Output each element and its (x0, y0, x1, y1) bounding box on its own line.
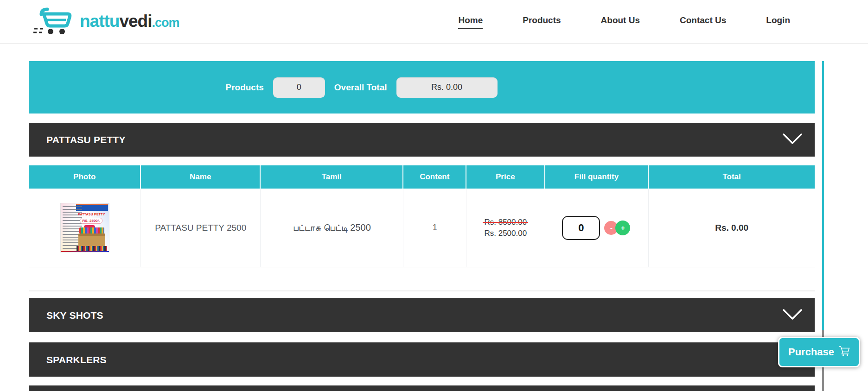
column-header-fill-quantity: Fill quantity (545, 165, 649, 189)
product-content: 1 (403, 189, 466, 267)
section-bar-pattasu-petty[interactable]: PATTASU PETTY (29, 123, 815, 157)
top-header: nattuvedi.com Home Products About Us Con… (0, 0, 868, 44)
photo-baseline (61, 251, 109, 252)
product-photo-cell: PATTASU PETTY RS. 2500/- (29, 189, 141, 267)
product-photo[interactable]: PATTASU PETTY RS. 2500/- (60, 203, 109, 252)
product-table: Photo Name Tamil Content Price Fill quan… (29, 165, 815, 267)
price-offer: Rs. 2500.00 (484, 229, 527, 238)
nav-item-home[interactable]: Home (458, 15, 483, 29)
products-count-label: Products (225, 82, 263, 93)
column-header-total: Total (649, 165, 815, 189)
fill-quantity-cell: - + (545, 189, 649, 267)
overall-total-label: Overall Total (334, 82, 387, 93)
quantity-input[interactable] (562, 216, 600, 240)
photo-title-text: PATTASU PETTY (76, 213, 108, 216)
product-row-total: Rs. 0.00 (649, 189, 815, 267)
column-header-price: Price (466, 165, 545, 189)
column-header-tamil: Tamil (261, 165, 403, 189)
cart-icon (839, 346, 850, 359)
cart-logo-icon (33, 6, 76, 37)
chevron-down-icon[interactable] (782, 309, 803, 322)
column-header-photo: Photo (29, 165, 141, 189)
product-name-tamil: பட்டாசு பெட்டி 2500 (261, 189, 403, 267)
scrollbar-thumb[interactable] (822, 61, 824, 330)
product-price-cell: Rs. 8500.00 Rs. 2500.00 (466, 189, 545, 267)
product-name: PATTASU PETTY 2500 (141, 189, 261, 267)
nav-item-contact-us[interactable]: Contact Us (680, 15, 726, 29)
nav-item-products[interactable]: Products (523, 15, 561, 29)
price-original: Rs. 8500.00 (484, 218, 527, 227)
section-divider (29, 290, 815, 291)
section-title: SKY SHOTS (29, 310, 103, 321)
chevron-down-icon[interactable] (782, 133, 803, 147)
quantity-increment-button[interactable]: + (615, 221, 630, 235)
column-header-content: Content (403, 165, 466, 189)
table-header-row: Photo Name Tamil Content Price Fill quan… (29, 165, 815, 189)
section-title: PATTASU PETTY (29, 134, 126, 145)
section-bar-partial[interactable] (29, 385, 815, 391)
cart-summary-banner: Products 0 Overall Total Rs. 0.00 (29, 61, 815, 114)
brand-name: nattuvedi.com (80, 12, 179, 31)
nav-item-login[interactable]: Login (766, 15, 790, 29)
photo-price-text: RS. 2500/- (80, 218, 102, 224)
overall-total-value: Rs. 0.00 (396, 77, 498, 98)
section-bar-sparklers[interactable]: SPARKLERS (29, 342, 815, 377)
quantity-buttons: - + (604, 220, 631, 236)
photo-crackers (79, 227, 104, 233)
column-header-name: Name (141, 165, 261, 189)
photo-bottles (77, 246, 107, 251)
table-row: PATTASU PETTY RS. 2500/- PATTASU PETTY 2… (29, 189, 815, 267)
products-count-value: 0 (273, 77, 325, 98)
purchase-button[interactable]: Purchase (778, 337, 860, 367)
section-title: SPARKLERS (29, 354, 107, 366)
brand-logo[interactable]: nattuvedi.com (33, 6, 179, 37)
purchase-button-label: Purchase (788, 346, 834, 358)
nav-item-about-us[interactable]: About Us (601, 15, 640, 29)
main-nav: Home Products About Us Contact Us Login (458, 0, 790, 44)
section-bar-sky-shots[interactable]: SKY SHOTS (29, 298, 815, 332)
